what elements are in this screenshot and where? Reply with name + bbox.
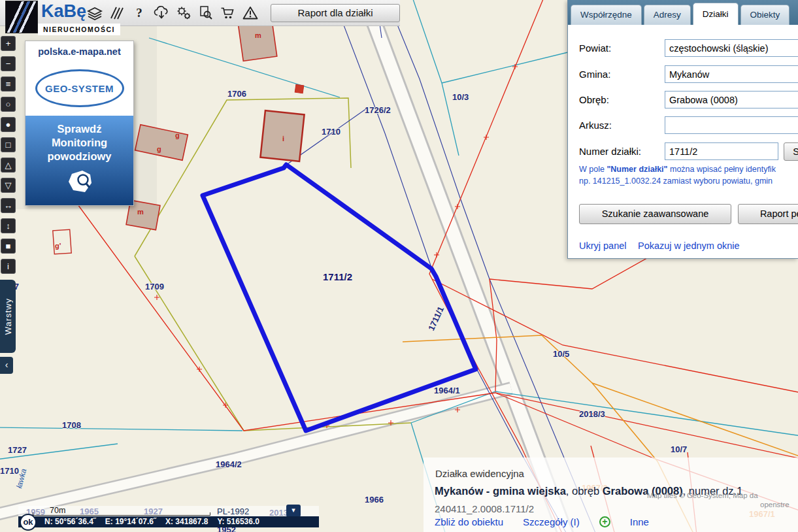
- map-tool-button[interactable]: ↕: [1, 218, 16, 233]
- flood-line: Monitoring: [25, 136, 133, 150]
- map-tool-button[interactable]: ≡: [1, 76, 16, 91]
- obreb-label: Obręb:: [579, 94, 609, 105]
- other-link[interactable]: Inne: [630, 516, 649, 527]
- ok-button[interactable]: ok: [20, 514, 37, 531]
- coordinates-bar: N: 50°56´36.4˝ E: 19°14´07.6˝ X: 341867.…: [18, 516, 319, 527]
- geo-system-logo: GEO-SYSTEM: [25, 61, 133, 116]
- parcel-info-panel: Działka ewidencyjna Mykanów - gmina wiej…: [424, 457, 798, 532]
- warning-icon[interactable]: [242, 5, 259, 22]
- tab-dzialki[interactable]: Działki: [693, 3, 739, 25]
- building-label: m: [137, 208, 144, 216]
- parcel-number-input[interactable]: [665, 142, 778, 160]
- parcel-label: 10/7: [671, 444, 687, 454]
- kabe-logo-title: KaBę: [41, 1, 86, 22]
- geo-system-label: GEO-SYSTEM: [45, 83, 114, 94]
- map-tool-button[interactable]: ↔: [1, 198, 16, 213]
- search-panel-tabs: Współrzędne Adresy Działki Obiekty: [568, 0, 798, 25]
- parcel-label: 1726/2: [365, 105, 391, 115]
- zoom-in-button[interactable]: +: [1, 36, 16, 51]
- gmina-input[interactable]: [665, 65, 798, 83]
- crs-dropdown-icon[interactable]: ▾: [286, 505, 301, 517]
- help-icon[interactable]: ?: [131, 5, 148, 22]
- arkusz-label: Arkusz:: [579, 120, 612, 131]
- map-attribution: openstre: [760, 501, 790, 508]
- building-label: i: [282, 135, 284, 142]
- portal-name[interactable]: polska.e-mapa.net: [25, 41, 133, 61]
- kabe-logo-subtitle: NIERUCHOMOŚCI: [38, 24, 120, 35]
- emapa-card: polska.e-mapa.net GEO-SYSTEM Sprawdź Mon…: [25, 41, 134, 206]
- scale-bar: [33, 512, 210, 516]
- single-window-link[interactable]: Pokazuj w jednym oknie: [638, 241, 740, 251]
- parcel-label: 1964/1: [434, 386, 460, 395]
- parcel-label: 1708: [62, 420, 81, 430]
- zoom-to-object-link[interactable]: Zbliż do obiektu: [435, 516, 503, 527]
- map-tool-button[interactable]: ●: [1, 117, 16, 132]
- hint-line-2: np. 141215_1.0032.24 zamiast wyboru powi…: [579, 176, 773, 186]
- kabe-logo-icon: [5, 1, 38, 33]
- search-button[interactable]: Szukaj: [784, 142, 798, 161]
- parcel-label: 1709: [145, 282, 164, 291]
- map-tool-button[interactable]: i: [1, 259, 16, 274]
- arkusz-input[interactable]: [665, 116, 798, 134]
- advanced-search-button[interactable]: Szukanie zaawansowane: [579, 204, 731, 224]
- tab-wspolrzedne[interactable]: Współrzędne: [571, 5, 642, 25]
- flood-line: Sprawdź: [25, 122, 133, 136]
- map-attribution: Map tiles © Geo-System; Map da: [647, 491, 758, 499]
- info-panel-title: Działka ewidencyjna: [435, 468, 524, 479]
- coord-e: E: 19°14´07.6˝: [105, 516, 156, 527]
- svg-text:?: ?: [136, 6, 142, 20]
- coord-n: N: 50°56´36.4˝: [44, 516, 96, 527]
- powiat-label: Powiat:: [579, 42, 611, 54]
- hide-panel-link[interactable]: Ukryj panel: [579, 241, 627, 251]
- parcel-number-label: Numer działki:: [579, 146, 641, 157]
- map-tool-button[interactable]: ○: [1, 97, 16, 112]
- parcel-label: 1727: [8, 445, 27, 455]
- tab-adresy[interactable]: Adresy: [644, 5, 691, 25]
- collapse-panel-tab[interactable]: ‹: [0, 357, 13, 374]
- hint-line-1: W pole "Numer działki" można wpisać pełn…: [579, 165, 776, 174]
- parcel-label: 1706: [227, 89, 246, 99]
- flood-monitoring-banner[interactable]: Sprawdź Monitoring powodziowy: [25, 116, 133, 205]
- parcel-report-button[interactable]: Raport dla działki: [271, 4, 400, 22]
- cart-icon[interactable]: [220, 5, 237, 22]
- search-panel: Współrzędne Adresy Działki Obiekty Powia…: [567, 0, 798, 259]
- coord-y: Y: 516536.0: [217, 516, 259, 527]
- map-tool-button[interactable]: ■: [1, 239, 16, 254]
- parcel-id: 240411_2.0008.1711/2: [435, 503, 534, 514]
- parcel-label: 10/3: [452, 92, 469, 102]
- parcel-label: 1966: [365, 495, 384, 505]
- map-search-icon[interactable]: [197, 5, 214, 22]
- map-tool-button[interactable]: △: [1, 158, 16, 173]
- parcel-label: 2018/3: [579, 409, 605, 419]
- parcel-label: 1964/2: [216, 459, 242, 469]
- crs-label[interactable]: PL-1992: [217, 507, 249, 516]
- settings-icon[interactable]: [175, 5, 192, 22]
- map-tool-button[interactable]: □: [1, 137, 16, 152]
- poland-magnifier-icon: [25, 169, 133, 197]
- info-panel-links: Zbliż do obiektu Szczegóły (I) + Inne: [435, 516, 649, 527]
- obreb-input[interactable]: [665, 91, 798, 108]
- powiat-input[interactable]: [665, 39, 798, 57]
- download-icon[interactable]: [153, 5, 170, 22]
- measure-icon[interactable]: [108, 5, 125, 22]
- layers-panel-tab[interactable]: Warstwy: [0, 280, 16, 353]
- scale-row: 70m PL-1992 ▾: [18, 506, 319, 516]
- coord-x: X: 341867.8: [165, 516, 208, 527]
- building-label: g': [55, 242, 61, 250]
- building-label: m: [255, 31, 261, 39]
- parcel-label: 1710: [0, 466, 19, 476]
- parcel-label: 1710: [322, 127, 341, 137]
- app-window: 12 1706 1726/2 1710 10/3 1711/2 1711/1 1…: [0, 0, 798, 532]
- parcel-label: 10/5: [553, 349, 569, 359]
- flood-line: powodziowy: [25, 150, 133, 163]
- details-link[interactable]: Szczegóły (I): [523, 516, 580, 527]
- layers-icon[interactable]: [86, 5, 103, 22]
- tab-obiekty[interactable]: Obiekty: [740, 5, 790, 25]
- zoom-out-button[interactable]: −: [1, 56, 16, 71]
- map-tool-button[interactable]: ▽: [1, 178, 16, 193]
- building-label: g: [157, 145, 161, 153]
- full-report-button[interactable]: Raport pełny: [738, 204, 798, 224]
- building-label: g: [175, 131, 180, 139]
- parcel-label-selected: 1711/2: [323, 271, 352, 282]
- plus-icon[interactable]: +: [599, 516, 610, 527]
